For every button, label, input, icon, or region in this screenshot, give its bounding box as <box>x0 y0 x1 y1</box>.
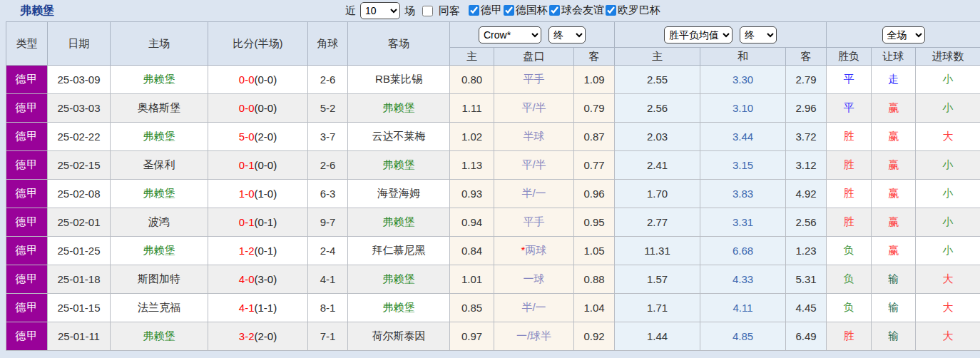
handicap-text: 一/球半 <box>516 329 551 342</box>
topbar: 弗赖堡 近 10 场 同客 德甲德国杯球会友谊欧罗巴杯 <box>0 0 980 21</box>
handicap-result-flag: 赢 <box>872 123 916 151</box>
avg-draw: 3.30 <box>700 66 786 94</box>
match-table-body: 德甲 25-03-09 弗赖堡 0-0(0-0) 2-6 RB莱比锡 0.80 … <box>6 66 980 351</box>
fulltime-score: 1-2 <box>239 245 255 257</box>
avg-away: 2.56 <box>786 208 827 237</box>
recent-suffix-label: 场 <box>404 4 415 18</box>
avg-home: 2.77 <box>615 208 700 237</box>
table-row: 德甲 25-02-01 波鸿 0-1(0-1) 9-7 弗赖堡 0.94 平手 … <box>6 208 980 237</box>
away-team: 弗赖堡 <box>348 151 450 180</box>
fulltime-score: 4-1 <box>239 302 255 314</box>
halftime-score: (1-1) <box>255 302 277 314</box>
result-flag: 胜 <box>827 123 872 151</box>
league-filter-group: 德甲德国杯球会友谊欧罗巴杯 <box>467 4 660 18</box>
score: 0-1(0-1) <box>208 208 308 237</box>
league-filter-checkbox[interactable] <box>504 5 514 16</box>
score: 1-0(1-0) <box>208 180 308 208</box>
recent-count-select[interactable]: 10 <box>360 2 400 19</box>
result-flag: 胜 <box>827 208 872 237</box>
avg-time-select[interactable]: 终 <box>740 26 777 44</box>
fulltime-score: 0-1 <box>239 159 255 171</box>
goals-flag: 大 <box>916 123 980 151</box>
home-team: 弗赖堡 <box>111 322 208 351</box>
odds-away: 0.95 <box>574 208 615 237</box>
corner-count: 5-2 <box>308 94 348 123</box>
odds-away: 0.87 <box>574 123 615 151</box>
match-date: 25-02-01 <box>48 208 111 237</box>
league-badge: 德甲 <box>6 322 48 351</box>
league-filter-checkbox[interactable] <box>469 5 479 16</box>
handicap-result-flag: 赢 <box>872 94 916 123</box>
halftime-score: (0-1) <box>255 216 277 228</box>
halftime-score: (2-0) <box>255 131 277 143</box>
home-team: 弗赖堡 <box>111 123 208 151</box>
odds-away: 1.05 <box>574 237 615 265</box>
score: 4-1(1-1) <box>208 294 308 322</box>
col-header-home: 主场 <box>111 22 208 66</box>
odds-handicap: 一/球半 <box>494 322 574 351</box>
away-team: 拜仁慕尼黑 <box>348 237 450 265</box>
avg-away: 1.23 <box>786 237 827 265</box>
handicap-text: 平手 <box>524 215 545 227</box>
odds-handicap: 半/一 <box>494 180 574 208</box>
result-flag: 胜 <box>827 322 872 351</box>
avg-home: 2.41 <box>615 151 700 180</box>
col-header-avg-home: 主 <box>615 48 700 66</box>
league-filter-label: 欧罗巴杯 <box>618 4 660 17</box>
odds-away: 0.88 <box>574 265 615 294</box>
avg-draw: 3.83 <box>700 180 786 208</box>
recent-prefix-label: 近 <box>345 4 356 18</box>
avg-away: 4.92 <box>786 180 827 208</box>
col-header-score: 比分(半场) <box>208 22 308 66</box>
result-flag: 平 <box>827 94 872 123</box>
match-date: 25-01-11 <box>48 322 111 351</box>
home-team: 波鸿 <box>111 208 208 237</box>
odds-handicap: 一球 <box>494 265 574 294</box>
table-row: 德甲 25-02-08 弗赖堡 1-0(1-0) 6-3 海登海姆 0.93 半… <box>6 180 980 208</box>
avg-away: 4.45 <box>786 294 827 322</box>
league-filter-checkbox[interactable] <box>549 5 560 16</box>
avg-draw: 3.15 <box>700 151 786 180</box>
league-badge: 德甲 <box>6 66 48 94</box>
odds-company-select[interactable]: Crow* <box>479 26 541 44</box>
fulltime-score: 0-1 <box>239 216 255 228</box>
handicap-text: 两球 <box>525 244 546 256</box>
handicap-text: 一球 <box>524 272 545 285</box>
match-date: 25-02-15 <box>48 151 111 180</box>
handicap-result-flag: 赢 <box>872 237 916 265</box>
odds-away: 0.96 <box>574 180 615 208</box>
odds-away: 0.77 <box>574 151 615 180</box>
goals-flag: 大 <box>916 322 980 351</box>
avg-away: 3.72 <box>786 123 827 151</box>
away-team: 弗赖堡 <box>348 265 450 294</box>
avg-away: 2.96 <box>786 94 827 123</box>
home-team: 斯图加特 <box>111 265 208 294</box>
league-filter-checkbox[interactable] <box>606 5 616 16</box>
table-row: 德甲 25-01-25 弗赖堡 1-2(0-1) 2-4 拜仁慕尼黑 0.84 … <box>6 237 980 265</box>
away-team: 弗赖堡 <box>348 294 450 322</box>
home-team: 圣保利 <box>111 151 208 180</box>
home-team: 法兰克福 <box>111 294 208 322</box>
odds-handicap: 平/半 <box>494 94 574 123</box>
home-team: 奥格斯堡 <box>111 94 208 123</box>
away-team: 海登海姆 <box>348 180 450 208</box>
league-badge: 德甲 <box>6 123 48 151</box>
fulltime-score: 1-0 <box>239 188 255 200</box>
odds-time-select[interactable]: 终 <box>548 26 586 44</box>
corner-count: 6-3 <box>308 180 348 208</box>
filter-controls: 近 10 场 同客 德甲德国杯球会友谊欧罗巴杯 <box>345 0 660 21</box>
same-venue-checkbox[interactable] <box>422 6 433 16</box>
col-header-away: 客场 <box>348 22 450 66</box>
score: 0-0(0-0) <box>208 94 308 123</box>
table-row: 德甲 25-01-15 法兰克福 4-1(1-1) 8-1 弗赖堡 0.85 半… <box>6 294 980 322</box>
scope-select[interactable]: 全场 <box>882 26 925 44</box>
goals-flag: 小 <box>916 237 980 265</box>
table-row: 德甲 25-01-18 斯图加特 4-0(3-0) 4-1 弗赖堡 1.01 一… <box>6 265 980 294</box>
odds-home: 1.11 <box>450 94 494 123</box>
avg-source-select[interactable]: 胜平负均值 <box>664 26 733 44</box>
odds-away: 0.79 <box>574 94 615 123</box>
avg-home: 2.55 <box>615 66 700 94</box>
odds-away: 1.09 <box>574 66 615 94</box>
fulltime-score: 4-0 <box>239 273 255 285</box>
fulltime-score: 0-0 <box>239 102 255 114</box>
